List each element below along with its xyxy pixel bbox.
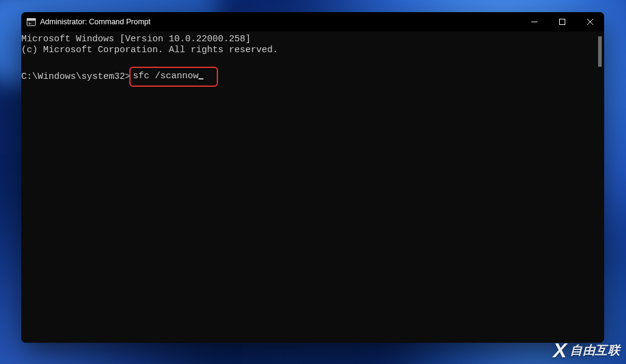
minimize-button[interactable] [520,12,548,32]
terminal-blank-line [21,56,604,67]
window-controls [520,12,604,32]
titlebar[interactable]: >_ Administrator: Command Prompt [21,12,604,32]
terminal-command: sfc /scannow [133,71,199,81]
window-title: Administrator: Command Prompt [40,18,151,26]
svg-rect-1 [27,18,35,20]
terminal-cursor [199,72,203,79]
terminal-line-copyright: (c) Microsoft Corporation. All rights re… [21,45,604,56]
svg-rect-4 [560,19,565,25]
watermark-text: 自由互联 [570,342,620,359]
watermark-x-icon: X [553,340,567,360]
terminal-line-version: Microsoft Windows [Version 10.0.22000.25… [21,34,604,45]
terminal-prompt: C:\Windows\system32> [21,72,131,83]
svg-text:>_: >_ [29,21,33,25]
terminal-prompt-line: C:\Windows\system32>sfc /scannow [21,67,604,87]
scrollbar-thumb[interactable] [598,36,602,67]
command-prompt-icon: >_ [26,17,36,27]
maximize-button[interactable] [548,12,576,32]
command-highlight: sfc /scannow [129,67,218,87]
command-prompt-window: >_ Administrator: Command Prompt [21,12,604,343]
terminal-output[interactable]: Microsoft Windows [Version 10.0.22000.25… [21,32,604,343]
watermark: X 自由互联 [553,340,620,360]
close-button[interactable] [576,12,604,32]
